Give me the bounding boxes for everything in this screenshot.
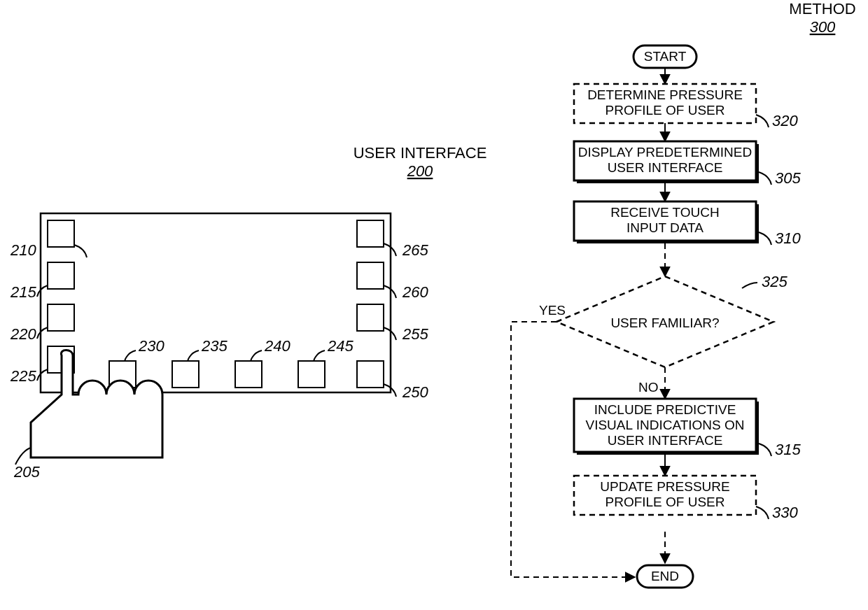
svg-text:DISPLAY PREDETERMINED: DISPLAY PREDETERMINED: [578, 145, 752, 159]
ref-210: 210: [10, 241, 36, 259]
svg-text:DETERMINE PRESSURE: DETERMINE PRESSURE: [587, 87, 743, 102]
end-label: END: [651, 569, 679, 583]
button-210: 210: [10, 220, 87, 259]
method-flowchart: METHOD 300 START DETERMINE PRESSURE PROF…: [511, 0, 856, 588]
method-title: METHOD: [789, 0, 855, 17]
ref-255: 255: [402, 325, 428, 343]
user-interface-figure: USER INTERFACE 200 210 215 220 225 230 2…: [0, 144, 486, 481]
button-235: 235: [172, 337, 227, 388]
yes-label: YES: [539, 303, 566, 318]
method-title-ref: 300: [810, 18, 836, 36]
svg-rect-7: [298, 361, 325, 388]
svg-text:VISUAL INDICATIONS ON: VISUAL INDICATIONS ON: [586, 418, 745, 432]
button-245: 245: [298, 337, 354, 388]
svg-text:RECEIVE TOUCH: RECEIVE TOUCH: [610, 205, 720, 220]
ui-title: USER INTERFACE: [354, 144, 487, 162]
ref-250: 250: [402, 383, 428, 401]
ref-215: 215: [10, 283, 36, 301]
ref-220: 220: [10, 325, 36, 343]
ui-title-ref: 200: [407, 162, 433, 180]
step-310: RECEIVE TOUCH INPUT DATA 310: [574, 201, 801, 247]
svg-text:USER INTERFACE: USER INTERFACE: [608, 160, 723, 175]
button-250: 250: [357, 361, 428, 401]
svg-rect-9: [357, 262, 384, 289]
svg-rect-2: [48, 304, 74, 331]
step-305: DISPLAY PREDETERMINED USER INTERFACE 305: [574, 141, 801, 187]
ref-225: 225: [10, 367, 36, 385]
button-260: 260: [357, 262, 428, 301]
svg-text:USER INTERFACE: USER INTERFACE: [608, 433, 723, 448]
button-240: 240: [235, 337, 290, 388]
svg-text:UPDATE PRESSURE: UPDATE PRESSURE: [600, 479, 729, 494]
ref-320: 320: [772, 112, 798, 129]
svg-rect-0: [48, 220, 74, 247]
ref-305: 305: [775, 169, 801, 187]
ref-260: 260: [402, 283, 428, 301]
svg-rect-5: [172, 361, 199, 388]
ref-235: 235: [201, 337, 227, 355]
start-label: START: [644, 49, 687, 64]
ref-330: 330: [772, 504, 798, 521]
button-255: 255: [357, 304, 428, 343]
no-label: NO: [638, 380, 659, 395]
decision-325: USER FAMILIAR? 325: [556, 273, 788, 367]
svg-text:INCLUDE PREDICTIVE: INCLUDE PREDICTIVE: [594, 402, 736, 417]
button-215: 215: [0, 262, 74, 301]
svg-rect-1: [48, 262, 74, 289]
screen-outline: [41, 213, 391, 392]
diagram-root: USER INTERFACE 200 210 215 220 225 230 2…: [0, 0, 868, 610]
end-terminator: END: [637, 565, 693, 588]
ref-265: 265: [402, 241, 428, 259]
svg-rect-10: [357, 304, 384, 331]
svg-rect-11: [357, 361, 384, 388]
ref-230: 230: [138, 337, 164, 355]
ref-205: 205: [13, 463, 40, 481]
ref-310: 310: [775, 229, 801, 247]
svg-rect-6: [235, 361, 262, 388]
step-330: UPDATE PRESSURE PROFILE OF USER 330: [574, 476, 798, 521]
ref-240: 240: [264, 337, 290, 355]
step-315: INCLUDE PREDICTIVE VISUAL INDICATIONS ON…: [574, 399, 801, 458]
svg-text:PROFILE OF USER: PROFILE OF USER: [605, 103, 724, 118]
step-320: DETERMINE PRESSURE PROFILE OF USER 320: [574, 84, 798, 129]
svg-text:INPUT DATA: INPUT DATA: [626, 220, 704, 235]
ref-315: 315: [775, 441, 801, 458]
button-220: 220: [10, 304, 74, 343]
button-265: 265: [357, 220, 428, 259]
svg-text:PROFILE OF USER: PROFILE OF USER: [605, 495, 724, 509]
ref-325: 325: [762, 273, 788, 290]
ref-245: 245: [327, 337, 354, 355]
start-terminator: START: [634, 45, 696, 68]
svg-rect-8: [357, 220, 384, 247]
decision-325-text: USER FAMILIAR?: [610, 315, 719, 330]
